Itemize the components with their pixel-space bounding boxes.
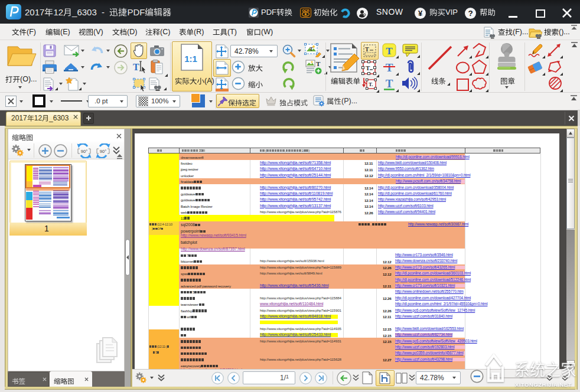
svg-text:T: T xyxy=(386,77,393,90)
svg-text:?: ? xyxy=(468,9,473,18)
svg-text:1:1: 1:1 xyxy=(184,54,197,64)
svg-text:T: T xyxy=(365,46,369,53)
svg-text:T: T xyxy=(366,64,370,71)
svg-text:T: T xyxy=(309,46,313,52)
svg-text:90°: 90° xyxy=(81,149,87,154)
svg-text:T: T xyxy=(316,60,321,67)
svg-text:T: T xyxy=(386,45,393,57)
svg-text:¥: ¥ xyxy=(418,9,423,18)
svg-text:T: T xyxy=(386,61,393,74)
svg-text:OCR: OCR xyxy=(302,9,309,12)
svg-text:90°: 90° xyxy=(100,149,106,154)
svg-text:T: T xyxy=(133,62,139,72)
svg-text:T.: T. xyxy=(369,81,373,87)
